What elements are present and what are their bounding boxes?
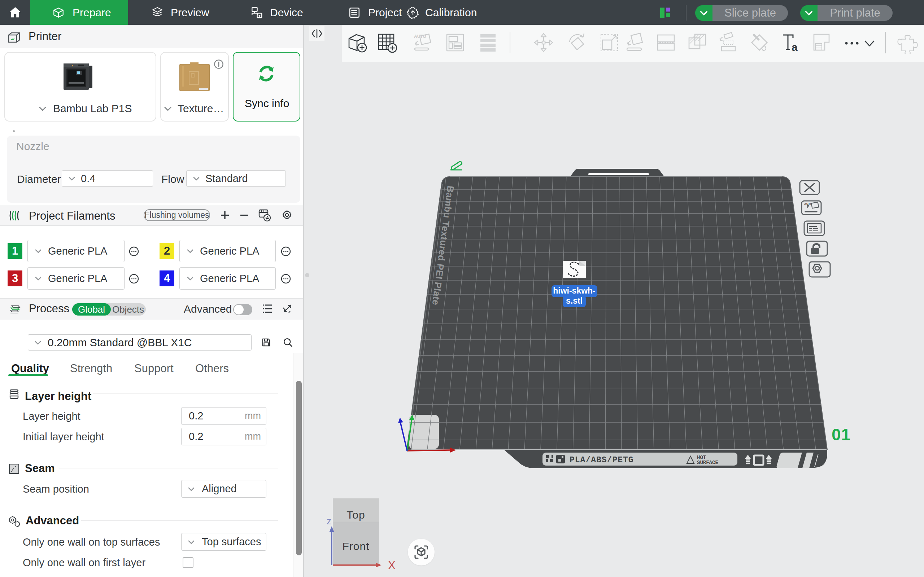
svg-text:hiwi-skwh-: hiwi-skwh-: [553, 286, 596, 295]
svg-text:AUTO: AUTO: [804, 202, 813, 206]
svg-text:01: 01: [832, 425, 851, 444]
svg-text:a: a: [792, 41, 798, 53]
svg-text:SURFACE: SURFACE: [697, 460, 718, 466]
svg-text:s.stl: s.stl: [566, 296, 583, 305]
svg-text:PLA/ABS/PETG: PLA/ABS/PETG: [570, 456, 634, 465]
